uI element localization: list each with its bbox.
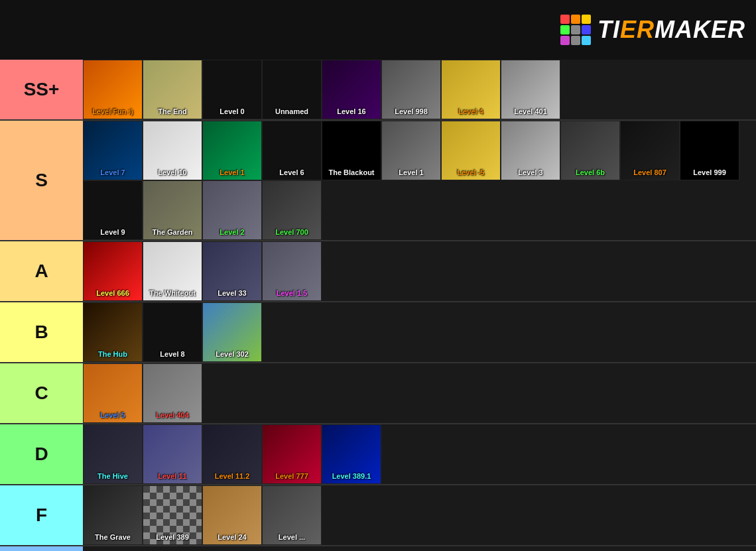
- tier-item[interactable]: Level 401: [501, 60, 560, 119]
- tier-item[interactable]: Level 389.1: [322, 424, 381, 484]
- tier-row-a: ALevel 666The WhiteoutLevel 33Level 1.5: [0, 241, 756, 302]
- tier-item-background: Level 33: [203, 242, 261, 300]
- tier-item-label: Level 16: [325, 107, 378, 116]
- tier-item-label: Level 8: [146, 350, 199, 359]
- tier-item-label: Level 700: [265, 228, 318, 237]
- tier-item[interactable]: Level 0: [202, 60, 262, 119]
- tier-item-label: Level 404: [146, 411, 199, 420]
- logo-dot: [582, 36, 591, 45]
- tier-item[interactable]: Level 1.5: [262, 241, 322, 301]
- tier-item[interactable]: Level 2: [202, 180, 262, 240]
- tier-item[interactable]: Level 666: [83, 241, 143, 301]
- tier-items-no: [83, 546, 756, 551]
- tier-item-background: Level 389.1: [322, 425, 381, 483]
- tier-item-background: Level Fun :): [84, 60, 142, 119]
- tier-item[interactable]: Level 7: [83, 121, 143, 180]
- tier-item-label: Level -5: [444, 168, 497, 177]
- tier-item-background: Level 401: [501, 60, 560, 119]
- tier-items-ss: Level Fun :)The EndLevel 0UnnamedLevel 1…: [83, 60, 756, 119]
- tier-item-label: Level 2: [206, 228, 259, 237]
- tier-item-background: Level 24: [203, 486, 261, 544]
- tier-item[interactable]: Level 11.2: [202, 424, 262, 484]
- tier-label-f: F: [0, 485, 83, 545]
- tier-item-background: Level 389: [143, 486, 202, 544]
- tier-item[interactable]: Level Fun :): [83, 60, 143, 119]
- tier-item[interactable]: The Garden: [143, 180, 202, 240]
- tier-item[interactable]: Level 302: [202, 302, 262, 362]
- tier-item[interactable]: Level 9: [83, 180, 143, 240]
- tier-item[interactable]: The Blackout: [322, 121, 381, 180]
- tier-item[interactable]: Level 807: [620, 121, 680, 180]
- tier-item[interactable]: Level 6b: [560, 121, 620, 180]
- tier-item-label: Level 1.5: [265, 289, 318, 298]
- tier-item-label: Level 389.1: [325, 472, 378, 481]
- tier-item-background: Level 404: [143, 364, 202, 422]
- tier-rows-container: SS+Level Fun :)The EndLevel 0UnnamedLeve…: [0, 60, 756, 551]
- tier-item[interactable]: The Hive: [83, 424, 143, 484]
- tier-item-label: The Garden: [146, 228, 199, 237]
- tier-item[interactable]: Level ...: [262, 485, 322, 545]
- tier-item-background: Level 807: [621, 121, 679, 180]
- logo-dot: [560, 15, 570, 24]
- tier-item[interactable]: Level 24: [202, 485, 262, 545]
- tier-item-label: Level 998: [385, 107, 438, 116]
- tier-item-background: The Garden: [143, 181, 202, 239]
- tier-item[interactable]: Level 11: [143, 424, 202, 484]
- tier-item-label: Level 33: [206, 289, 259, 298]
- tier-item-label: Level 6b: [564, 168, 617, 177]
- tier-label-b: B: [0, 302, 83, 362]
- tier-item[interactable]: The Grave: [83, 485, 143, 545]
- tier-item[interactable]: Level 5: [83, 363, 143, 423]
- tier-item-label: Level Fun :): [86, 107, 139, 116]
- tier-item-background: Level 0: [203, 60, 261, 119]
- tier-item[interactable]: Level 8: [143, 302, 202, 362]
- logo-dot: [582, 15, 591, 24]
- tier-item-label: Level 401: [504, 107, 557, 116]
- tier-item-label: Level 5: [86, 411, 139, 420]
- tier-list: TiERMAKER SS+Level Fun :)The EndLevel 0U…: [0, 0, 756, 551]
- tier-item-background: Level 1: [382, 121, 440, 180]
- tier-item[interactable]: The End: [143, 60, 202, 119]
- tier-item-label: The Blackout: [325, 168, 378, 177]
- tier-item[interactable]: The Hub: [83, 302, 143, 362]
- tier-row-no: No Opinion/Didn't Read: [0, 546, 756, 551]
- tier-item-label: Level 11: [146, 472, 199, 481]
- tier-item-label: Level 666: [86, 289, 139, 298]
- tier-item[interactable]: Level 1: [202, 121, 262, 180]
- tier-item[interactable]: Level 777: [262, 424, 322, 484]
- tier-item-label: The Whiteout: [146, 289, 199, 298]
- tier-item[interactable]: Level 999: [680, 121, 739, 180]
- tier-item[interactable]: Level 16: [322, 60, 381, 119]
- tier-item-label: The End: [146, 107, 199, 116]
- tier-item[interactable]: Level 1: [381, 121, 441, 180]
- tier-item[interactable]: The Whiteout: [143, 241, 202, 301]
- tier-item-label: The Grave: [86, 533, 139, 542]
- tier-item-label: Level 777: [265, 472, 318, 481]
- tier-item[interactable]: Level 33: [202, 241, 262, 301]
- tier-item[interactable]: Level 6: [262, 121, 322, 180]
- tier-item[interactable]: Level 389: [143, 485, 202, 545]
- tier-item-background: Level 2: [203, 181, 261, 239]
- tier-row-ss: SS+Level Fun :)The EndLevel 0UnnamedLeve…: [0, 60, 756, 121]
- tier-item[interactable]: Level 3: [501, 121, 560, 180]
- tier-item-background: Level 7: [84, 121, 142, 180]
- tier-item-background: The Whiteout: [143, 242, 202, 300]
- tier-item-label: Level 7: [86, 168, 139, 177]
- tier-item[interactable]: Level 700: [262, 180, 322, 240]
- tier-item[interactable]: Level 4: [441, 60, 501, 119]
- tier-item-background: The Hive: [84, 425, 142, 483]
- tier-item[interactable]: Level 404: [143, 363, 202, 423]
- tier-label-no: No Opinion/Didn't Read: [0, 546, 83, 551]
- tier-item[interactable]: Unnamed: [262, 60, 322, 119]
- tier-item[interactable]: Level 10: [143, 121, 202, 180]
- tier-item-background: Level 1.5: [263, 242, 321, 300]
- tier-label-ss: SS+: [0, 60, 83, 119]
- tier-item-background: Level 666: [84, 242, 142, 300]
- tier-item[interactable]: Level -5: [441, 121, 501, 180]
- tier-label-c: C: [0, 363, 83, 423]
- tier-item[interactable]: Level 998: [381, 60, 441, 119]
- tier-row-b: BThe HubLevel 8Level 302: [0, 302, 756, 363]
- tier-item-label: Level 999: [683, 168, 736, 177]
- tier-row-f: FThe GraveLevel 389Level 24Level ...: [0, 485, 756, 546]
- tier-item-label: Unnamed: [265, 107, 318, 116]
